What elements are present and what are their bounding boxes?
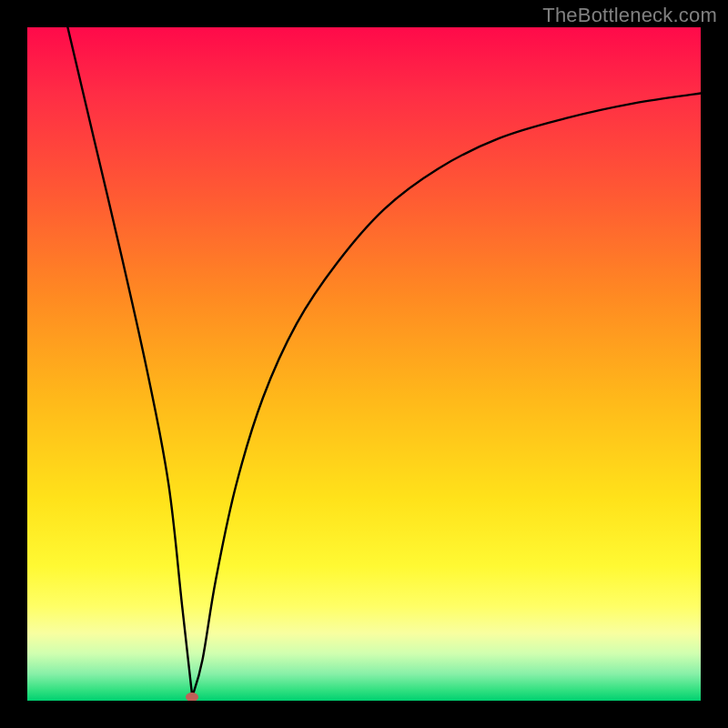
minimum-marker bbox=[186, 693, 198, 701]
bottleneck-curve bbox=[27, 27, 701, 701]
plot-area bbox=[27, 27, 701, 701]
chart-frame: TheBottleneck.com bbox=[0, 0, 728, 728]
watermark-text: TheBottleneck.com bbox=[542, 4, 717, 27]
